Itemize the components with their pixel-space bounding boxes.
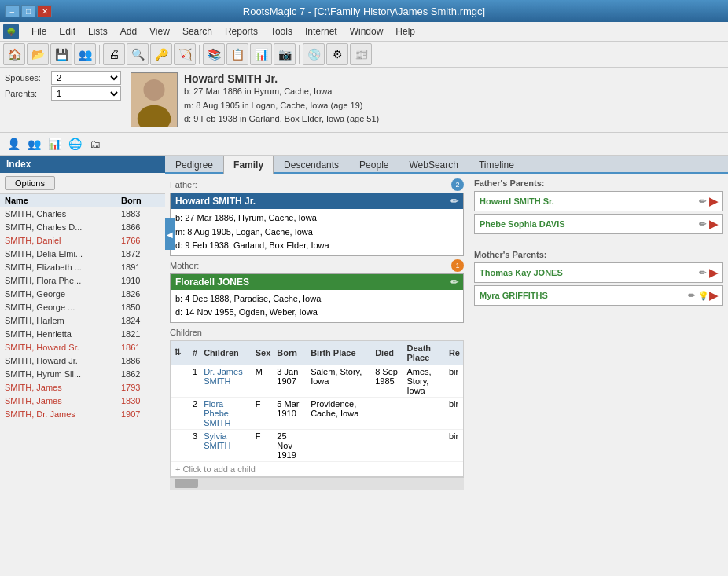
index-item[interactable]: SMITH, Howard Sr.1861 bbox=[0, 341, 165, 354]
icon-family[interactable]: 👥 bbox=[25, 135, 42, 152]
minimize-button[interactable]: – bbox=[5, 5, 20, 17]
col-children[interactable]: Children bbox=[200, 341, 252, 365]
menu-window[interactable]: Window bbox=[344, 24, 390, 39]
index-item[interactable]: SMITH, Hyrum Sil...1862 bbox=[0, 368, 165, 381]
col-birth-place[interactable]: Birth Place bbox=[307, 341, 372, 365]
toolbar-separator-3 bbox=[299, 45, 300, 64]
index-item[interactable]: SMITH, Elizabeth ...1891 bbox=[0, 261, 165, 274]
maximize-button[interactable]: □ bbox=[21, 5, 36, 17]
father-edit-icon[interactable]: ✏ bbox=[450, 196, 458, 207]
options-button[interactable]: Options bbox=[5, 176, 55, 190]
menu-tools[interactable]: Tools bbox=[264, 24, 299, 39]
col-num[interactable]: # bbox=[189, 341, 200, 365]
toolbar-chart[interactable]: 📊 bbox=[250, 43, 272, 65]
toolbar-report[interactable]: 📋 bbox=[226, 43, 248, 65]
spouses-select[interactable]: 2 bbox=[51, 71, 121, 85]
icon-chart[interactable]: 📊 bbox=[46, 135, 63, 152]
col-sex[interactable]: Sex bbox=[252, 341, 274, 365]
icon-web[interactable]: 🌐 bbox=[66, 135, 83, 152]
father-marriage-detail: m: 8 Aug 1905, Logan, Cache, Iowa bbox=[175, 226, 458, 240]
menu-lists[interactable]: Lists bbox=[82, 24, 114, 39]
tab-pedigree[interactable]: Pedigree bbox=[165, 156, 223, 174]
svg-point-1 bbox=[143, 79, 164, 101]
close-button[interactable]: ✕ bbox=[37, 5, 52, 17]
family-right: Father's Parents: Howard SMITH Sr. ✏ ▶ P… bbox=[469, 174, 728, 576]
father-parent2-edit[interactable]: ✏ bbox=[699, 219, 706, 229]
index-item[interactable]: SMITH, Delia Elmi...1872 bbox=[0, 248, 165, 261]
tab-websearch[interactable]: WebSearch bbox=[399, 156, 468, 174]
index-item[interactable]: SMITH, Henrietta1821 bbox=[0, 328, 165, 341]
toolbar-search[interactable]: 🔍 bbox=[127, 43, 149, 65]
col-born-children[interactable]: Born bbox=[274, 341, 307, 365]
toolbar-photo[interactable]: 📷 bbox=[274, 43, 296, 65]
tab-timeline[interactable]: Timeline bbox=[469, 156, 524, 174]
tab-descendants[interactable]: Descendants bbox=[274, 156, 349, 174]
index-header: Index bbox=[0, 156, 165, 173]
toolbar-nav[interactable]: 🏹 bbox=[174, 43, 196, 65]
mother-edit-icon[interactable]: ✏ bbox=[450, 277, 458, 288]
menu-view[interactable]: View bbox=[143, 24, 176, 39]
parents-select[interactable]: 1 bbox=[51, 86, 121, 101]
nav-arrow[interactable]: ◀ bbox=[165, 218, 175, 250]
menu-add[interactable]: Add bbox=[114, 24, 143, 39]
toolbar-home[interactable]: 🏠 bbox=[3, 43, 25, 65]
index-item[interactable]: SMITH, Daniel1766 bbox=[0, 234, 165, 248]
toolbar-print[interactable]: 🖨 bbox=[103, 43, 125, 65]
toolbar-book[interactable]: 📚 bbox=[203, 43, 225, 65]
index-item[interactable]: SMITH, Flora Phe...1910 bbox=[0, 274, 165, 288]
mother-parent2-edit[interactable]: ✏ bbox=[688, 291, 695, 301]
toolbar-separator-2 bbox=[199, 45, 200, 64]
icon-folder[interactable]: 🗂 bbox=[86, 135, 104, 152]
col-sort[interactable]: ⇅ bbox=[171, 341, 189, 365]
table-row[interactable]: 2 Flora Phebe SMITH F 5 Mar 1910 Provide… bbox=[171, 397, 463, 429]
toolbar-family[interactable]: 👥 bbox=[74, 43, 96, 65]
menu-file[interactable]: File bbox=[25, 24, 53, 39]
horiz-scrollbar[interactable] bbox=[170, 477, 464, 490]
toolbar-open[interactable]: 📂 bbox=[27, 43, 49, 65]
children-table-container: ⇅ # Children Sex Born Birth Place Died D… bbox=[170, 340, 464, 477]
family-left: Father: 2 Howard SMITH Jr. ✏ b: 27 Mar 1… bbox=[165, 174, 469, 576]
icon-person[interactable]: 👤 bbox=[5, 135, 22, 152]
tab-people[interactable]: People bbox=[349, 156, 399, 174]
toolbar-save[interactable]: 💾 bbox=[50, 43, 72, 65]
toolbar-key[interactable]: 🔑 bbox=[150, 43, 172, 65]
add-child-btn[interactable]: + Click to add a child bbox=[171, 462, 463, 476]
index-item[interactable]: SMITH, Charles1883 bbox=[0, 207, 165, 221]
index-item[interactable]: SMITH, George ...1850 bbox=[0, 301, 165, 314]
index-item[interactable]: SMITH, George1826 bbox=[0, 288, 165, 301]
mother-parent2-card[interactable]: Myra GRIFFITHS ✏ 💡 ▶ bbox=[474, 285, 723, 306]
father-parent2-arrow: ▶ bbox=[709, 218, 718, 230]
menu-search[interactable]: Search bbox=[176, 24, 219, 39]
col-died[interactable]: Died bbox=[372, 341, 403, 365]
menu-edit[interactable]: Edit bbox=[53, 24, 82, 39]
toolbar-news[interactable]: 📰 bbox=[350, 43, 372, 65]
col-name: Name bbox=[5, 196, 121, 205]
spouses-row: Spouses: 2 bbox=[5, 71, 121, 85]
menu-help[interactable]: Help bbox=[389, 24, 421, 39]
index-item[interactable]: SMITH, Howard Jr.1886 bbox=[0, 354, 165, 368]
index-item[interactable]: SMITH, James1793 bbox=[0, 381, 165, 394]
father-parent1-card[interactable]: Howard SMITH Sr. ✏ ▶ bbox=[474, 191, 723, 211]
index-item[interactable]: SMITH, Harlem1824 bbox=[0, 314, 165, 328]
father-parent1-edit[interactable]: ✏ bbox=[699, 196, 706, 207]
table-row[interactable]: 1 Dr. James SMITH M 3 Jan 1907 Salem, St… bbox=[171, 365, 463, 397]
father-card-body: b: 27 Mar 1886, Hyrum, Cache, Iowa m: 8 … bbox=[171, 209, 463, 255]
index-item[interactable]: SMITH, Dr. James1907 bbox=[0, 408, 165, 421]
mother-parent1-card[interactable]: Thomas Kay JONES ✏ ▶ bbox=[474, 262, 723, 283]
table-row[interactable]: 3 Sylvia SMITH F 25 Nov 1919 bir bbox=[171, 429, 463, 461]
toolbar-media[interactable]: 💿 bbox=[303, 43, 325, 65]
mother-card-header[interactable]: Floradell JONES ✏ bbox=[171, 274, 463, 290]
index-item[interactable]: SMITH, James1830 bbox=[0, 394, 165, 408]
col-re[interactable]: Re bbox=[446, 341, 463, 365]
mother-parent1-edit[interactable]: ✏ bbox=[699, 268, 706, 278]
menu-reports[interactable]: Reports bbox=[219, 24, 264, 39]
father-parent2-card[interactable]: Phebe Sophia DAVIS ✏ ▶ bbox=[474, 214, 723, 234]
father-section-label: Father: 2 bbox=[170, 178, 464, 191]
tab-family[interactable]: Family bbox=[223, 156, 274, 174]
father-card-header[interactable]: Howard SMITH Jr. ✏ bbox=[171, 193, 463, 209]
children-scroll[interactable]: ⇅ # Children Sex Born Birth Place Died D… bbox=[171, 341, 463, 462]
index-item[interactable]: SMITH, Charles D...1866 bbox=[0, 221, 165, 234]
toolbar-settings[interactable]: ⚙ bbox=[326, 43, 348, 65]
col-death-place[interactable]: Death Place bbox=[404, 341, 446, 365]
menu-internet[interactable]: Internet bbox=[299, 24, 344, 39]
